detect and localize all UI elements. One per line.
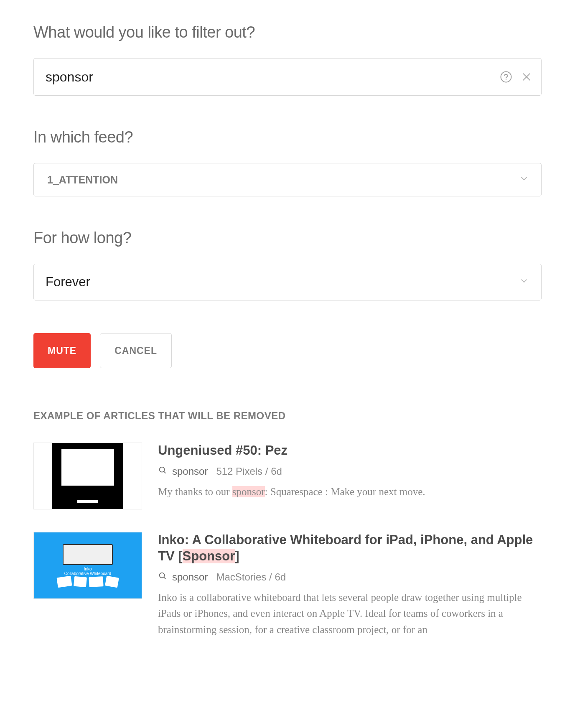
example-article: InkoCollaborative Whiteboard Inko: A Col…	[33, 532, 542, 638]
filter-label: What would you like to filter out?	[33, 23, 542, 41]
article-thumbnail	[33, 443, 142, 509]
article-title: Ungeniused #50: Pez	[158, 443, 542, 459]
svg-point-0	[501, 72, 511, 82]
duration-selected-value: Forever	[46, 275, 90, 290]
example-article: Ungeniused #50: Pez sponsor 512 Pixels /…	[33, 443, 542, 509]
svg-point-4	[160, 467, 165, 472]
action-buttons: MUTE CANCEL	[33, 333, 542, 368]
duration-select[interactable]: Forever	[33, 264, 542, 300]
article-body: Ungeniused #50: Pez sponsor 512 Pixels /…	[158, 443, 542, 509]
svg-point-6	[160, 573, 165, 578]
filter-section: What would you like to filter out?	[33, 23, 542, 96]
help-icon[interactable]	[500, 71, 512, 83]
chevron-down-icon	[519, 275, 529, 290]
article-snippet: Inko is a collaborative whiteboard that …	[158, 590, 542, 638]
feed-section: In which feed? 1_ATTENTION	[33, 128, 542, 196]
article-snippet: My thanks to our sponsor: Squarespace : …	[158, 484, 542, 500]
cancel-button[interactable]: CANCEL	[100, 333, 172, 368]
article-thumbnail: InkoCollaborative Whiteboard	[33, 532, 142, 599]
examples-header: EXAMPLE OF ARTICLES THAT WILL BE REMOVED	[33, 410, 542, 422]
article-source: 512 Pixels / 6d	[216, 466, 282, 477]
filter-input[interactable]	[33, 58, 542, 96]
duration-label: For how long?	[33, 229, 542, 247]
chevron-down-icon	[519, 173, 529, 186]
svg-line-5	[164, 471, 165, 473]
feed-label: In which feed?	[33, 128, 542, 146]
filter-input-container	[33, 58, 542, 96]
thumbnail-image: InkoCollaborative Whiteboard	[34, 532, 142, 598]
article-meta: sponsor 512 Pixels / 6d	[158, 466, 542, 477]
search-icon	[158, 571, 167, 583]
thumbnail-image	[52, 443, 123, 509]
svg-line-7	[164, 577, 165, 578]
feed-selected-value: 1_ATTENTION	[47, 174, 118, 186]
meta-keyword: sponsor	[172, 571, 208, 583]
mute-button[interactable]: MUTE	[33, 333, 91, 368]
meta-keyword: sponsor	[172, 466, 208, 477]
duration-section: For how long? Forever	[33, 229, 542, 300]
article-source: MacStories / 6d	[216, 571, 286, 583]
article-body: Inko: A Collaborative Whiteboard for iPa…	[158, 532, 542, 638]
input-icons	[500, 71, 532, 83]
clear-icon[interactable]	[521, 71, 532, 83]
feed-select[interactable]: 1_ATTENTION	[33, 163, 542, 196]
article-title: Inko: A Collaborative Whiteboard for iPa…	[158, 532, 542, 565]
search-icon	[158, 466, 167, 477]
article-meta: sponsor MacStories / 6d	[158, 571, 542, 583]
svg-point-1	[506, 79, 506, 80]
